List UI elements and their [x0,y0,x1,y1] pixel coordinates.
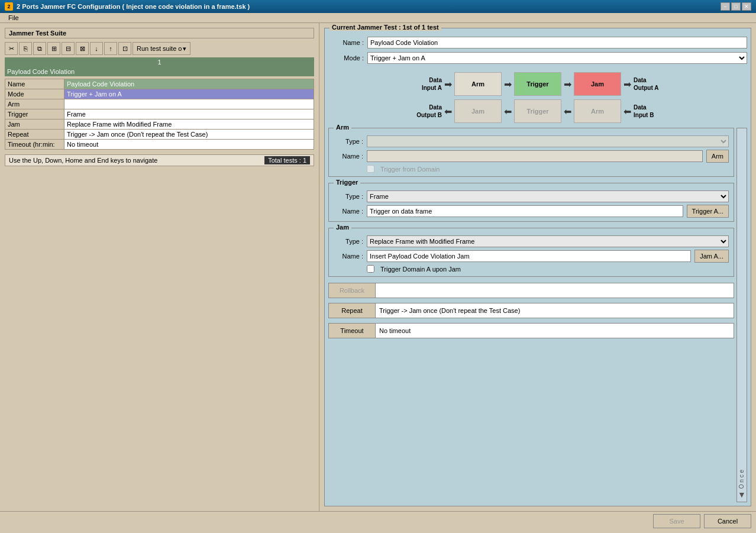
menu-file[interactable]: File [5,13,22,22]
trigger-type-row: Type : Frame [334,190,729,202]
prop-label-mode: Mode [5,89,64,99]
menu-bar: File [0,13,756,23]
test-list-item[interactable]: Payload Code Violation [5,67,314,76]
trigger-type-select[interactable]: Frame [367,190,729,202]
status-bar: Use the Up, Down, Home and End keys to n… [5,154,314,166]
mode-select[interactable]: Trigger + Jam on A [367,52,747,64]
arm-type-label: Type : [334,138,363,145]
timeout-row: Timeout No timeout [328,323,734,338]
arrow-b3: ⬅ [564,106,571,117]
jam-name-input[interactable] [367,250,691,262]
repeat-value: Trigger -> Jam once (Don't repeat the Te… [375,303,734,318]
arm-action-button[interactable]: Arm [706,150,729,163]
trigger-action-button[interactable]: Trigger A... [687,205,729,218]
cancel-button[interactable]: Cancel [704,514,751,528]
prop-value-name: Payload Code Violation [64,79,314,89]
jam-type-row: Type : Replace Frame with Modified Frame [334,235,729,247]
jam-section: Jam Type : Replace Frame with Modified F… [328,228,734,277]
timeout-button[interactable]: Timeout [328,323,376,338]
arrow-b4: ⬅ [623,106,631,117]
scroll-arrow-down[interactable]: ▼ [738,490,746,499]
delete-button[interactable]: ⊟ [62,42,75,55]
title-text: 2 Ports Jammer FC Configuration ( Inject… [17,3,250,10]
flow-data-output-b-label: DataOutput B [409,104,442,119]
trigger-domain-a-label: Trigger Domain A upon Jam [380,266,461,273]
minimize-button[interactable]: − [721,2,730,11]
prop-row-mode: Mode Trigger + Jam on A [5,89,314,99]
flow-arm-box[interactable]: Arm [454,72,502,96]
jam-type-label: Type : [334,238,363,245]
jam-type-select[interactable]: Replace Frame with Modified Frame [367,235,729,247]
prop-value-repeat: Trigger -> Jam once (Don't repeat the Te… [64,130,314,140]
prop-value-timeout: No timeout [64,140,314,150]
flow-jam-b-box[interactable]: Jam [454,99,502,123]
arm-type-select[interactable] [367,135,729,147]
repeat-button[interactable]: Repeat [328,303,376,318]
prop-label-timeout: Timeout (hr:min: [5,140,64,150]
rollback-button[interactable]: Rollback [328,283,376,298]
test-list: 1 Payload Code Violation [5,57,314,76]
flow-top-row: DataInput A ➡ Arm ➡ Trigger ➡ Jam ➡ Data… [409,72,666,96]
name-label: Name : [328,39,364,46]
save-button[interactable]: Save [653,514,700,528]
mode-row: Mode : Trigger + Jam on A [328,52,747,64]
prop-value-arm [64,99,314,109]
jam-action-button[interactable]: Jam A... [694,250,729,263]
window-controls: − □ ✕ [721,2,751,11]
prop-row-trigger: Trigger Frame [5,109,314,119]
move-down-button[interactable]: ↓ [90,42,103,55]
flow-diagram: DataInput A ➡ Arm ➡ Trigger ➡ Jam ➡ Data… [328,72,747,123]
trigger-type-label: Type : [334,193,363,200]
flow-data-output-a-label: DataOutput A [634,76,666,92]
test-list-header: 1 [5,57,314,67]
trigger-from-domain-checkbox[interactable] [367,165,374,173]
flow-trigger-b-box[interactable]: Trigger [514,99,561,123]
arrow-1: ➡ [444,79,452,90]
flow-trigger-box[interactable]: Trigger [514,72,561,96]
cut-button[interactable]: ✂ [5,42,18,55]
scroll-indicator: O n c e ▼ [736,128,747,502]
sections-inner: Arm Type : Name : Arm [328,128,734,502]
trigger-domain-a-checkbox[interactable] [367,265,374,273]
flow-jam-box[interactable]: Jam [574,72,621,96]
rollback-row: Rollback [328,283,734,298]
prop-row-jam: Jam Replace Frame with Modified Frame [5,119,314,130]
arrow-4: ➡ [623,79,631,90]
edit-button[interactable]: ⊠ [76,42,89,55]
close-button[interactable]: ✕ [742,2,751,11]
prop-label-trigger: Trigger [5,109,64,119]
arrow-b2: ⬅ [504,106,512,117]
jam-name-row: Name : Jam A... [334,250,729,263]
arm-section: Arm Type : Name : Arm [328,128,734,177]
name-row: Name : [328,37,747,49]
trigger-section: Trigger Type : Frame Name : Trigger A... [328,183,734,222]
name-input[interactable] [367,37,747,49]
paste-button[interactable]: ⧉ [33,42,46,55]
arm-legend: Arm [334,124,351,131]
arm-checkbox-row: Trigger from Domain [334,165,729,173]
move-up-button[interactable]: ↑ [104,42,117,55]
prop-label-arm: Arm [5,99,64,109]
flow-arm-b-box[interactable]: Arm [574,99,621,123]
right-panel: Current Jammer Test : 1st of 1 test Name… [319,23,756,511]
current-test-legend: Current Jammer Test : 1st of 1 test [329,24,441,31]
status-message: Use the Up, Down, Home and End keys to n… [9,157,157,164]
grid-button[interactable]: ⊡ [118,42,131,55]
prop-row-arm: Arm [5,99,314,109]
arrow-2: ➡ [504,79,512,90]
new-button[interactable]: ⊞ [47,42,60,55]
timeout-value: No timeout [375,323,734,338]
scroll-text: O n c e [738,470,746,489]
run-suite-button[interactable]: Run test suite o ▾ [133,42,190,55]
arm-name-label: Name : [334,153,363,160]
jam-checkbox-row: Trigger Domain A upon Jam [334,265,729,273]
trigger-from-domain-label: Trigger from Domain [380,166,440,173]
left-panel-title: Jammer Test Suite [5,28,314,38]
maximize-button[interactable]: □ [731,2,741,11]
arm-name-input[interactable] [367,150,703,162]
current-test-group: Current Jammer Test : 1st of 1 test Name… [324,28,751,506]
copy-button[interactable]: ⎘ [19,42,32,55]
trigger-name-input[interactable] [367,205,683,217]
app-icon: 2 [5,2,13,11]
trigger-legend: Trigger [334,179,360,186]
